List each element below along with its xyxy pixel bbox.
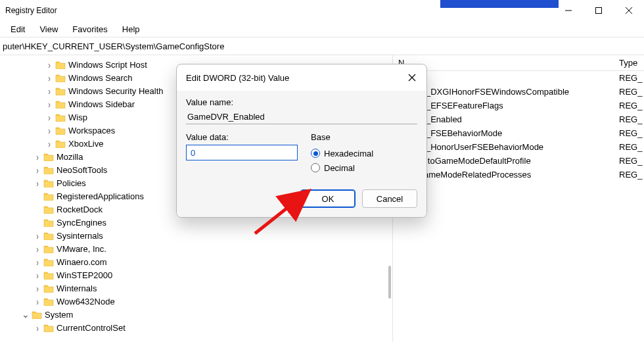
radio-dec[interactable] bbox=[311, 163, 320, 172]
list-cell-type: REG_ bbox=[614, 87, 644, 97]
tree-item-label: Windows Search bbox=[68, 73, 133, 83]
radio-hex-row[interactable]: Hexadecimal bbox=[311, 146, 417, 160]
list-header: N Type bbox=[393, 55, 644, 71]
chevron-right-icon[interactable] bbox=[33, 257, 42, 266]
menubar: Edit View Favorites Help bbox=[0, 21, 644, 37]
tree-item-label: Mozilla bbox=[57, 152, 83, 162]
folder-icon bbox=[55, 126, 66, 135]
tree-item-label: System bbox=[45, 310, 73, 320]
dialog-body: Value name: Value data: Base Hexadecimal… bbox=[177, 91, 426, 217]
close-button[interactable] bbox=[614, 0, 644, 21]
tree-item[interactable]: Sysinternals bbox=[0, 229, 392, 242]
tree-item-label: Workspaces bbox=[68, 126, 115, 135]
list-row[interactable]: neDVR_EFSEFeatureFlagsREG_ bbox=[393, 99, 644, 112]
chevron-right-icon[interactable] bbox=[33, 270, 42, 280]
list-header-type[interactable]: Type bbox=[614, 58, 644, 68]
chevron-right-icon[interactable] bbox=[45, 86, 54, 95]
chevron-right-icon[interactable] bbox=[33, 244, 42, 253]
tree-item[interactable]: VMware, Inc. bbox=[0, 242, 392, 255]
menu-view[interactable]: View bbox=[33, 23, 64, 36]
chevron-right-icon[interactable] bbox=[45, 73, 54, 82]
folder-icon bbox=[55, 99, 66, 109]
folder-icon bbox=[55, 139, 66, 148]
value-name-input[interactable] bbox=[186, 110, 417, 124]
value-data-label: Value data: bbox=[186, 132, 298, 142]
menu-favorites[interactable]: Favorites bbox=[66, 23, 114, 36]
chevron-right-icon[interactable] bbox=[45, 60, 54, 69]
folder-icon bbox=[43, 270, 54, 280]
chevron-right-icon[interactable] bbox=[33, 152, 42, 161]
radio-hex[interactable] bbox=[311, 149, 320, 158]
list-row[interactable]: n32_AutoGameModeDefaultProfileREG_ bbox=[393, 154, 644, 168]
menu-help[interactable]: Help bbox=[116, 23, 147, 36]
folder-icon bbox=[43, 244, 54, 253]
maximize-button[interactable] bbox=[584, 0, 614, 21]
list-row[interactable]: neDVR_FSEBehaviorModeREG_ bbox=[393, 126, 644, 140]
list-cell-type: REG_ bbox=[614, 128, 644, 138]
list-row[interactable]: fault)REG_ bbox=[393, 71, 644, 85]
value-name-label: Value name: bbox=[186, 97, 417, 107]
chevron-right-icon[interactable] bbox=[45, 139, 54, 148]
chevron-right-icon[interactable] bbox=[45, 126, 54, 135]
list-row[interactable]: neDVR_DXGIHonorFSEWindowsCompatibleREG_ bbox=[393, 85, 644, 99]
value-data-input[interactable] bbox=[186, 145, 298, 160]
folder-icon bbox=[43, 218, 54, 227]
tree-item-label: SyncEngines bbox=[57, 218, 106, 228]
folder-icon bbox=[55, 60, 66, 69]
tree-item-label: Windows Sidebar bbox=[68, 99, 135, 109]
chevron-right-icon[interactable] bbox=[45, 112, 54, 122]
tree-item-label: Policies bbox=[57, 178, 86, 188]
tree-item[interactable]: CurrentControlSet bbox=[0, 321, 392, 334]
chevron-right-icon[interactable] bbox=[33, 323, 42, 332]
tree-item-label: CurrentControlSet bbox=[57, 323, 126, 333]
list-cell-type: REG_ bbox=[614, 142, 644, 152]
dialog-buttons: OK Cancel bbox=[186, 189, 417, 208]
tree-item-label: Windows Security Health bbox=[68, 86, 164, 96]
dialog-close-button[interactable] bbox=[407, 72, 417, 83]
tree-item[interactable]: System bbox=[0, 308, 392, 321]
list-row[interactable]: neDVR_EnabledREG_ bbox=[393, 112, 644, 126]
title-accent bbox=[440, 0, 559, 8]
base-group: Base Hexadecimal Decimal bbox=[311, 132, 417, 175]
tree-item-label: RocketDock bbox=[57, 205, 103, 214]
tree-item-label: XboxLive bbox=[68, 139, 103, 149]
list-cell-type: REG_ bbox=[614, 73, 644, 83]
list-cell-type: REG_ bbox=[614, 156, 644, 166]
menu-edit[interactable]: Edit bbox=[4, 23, 32, 36]
chevron-right-icon[interactable] bbox=[33, 297, 42, 306]
tree-item[interactable]: SyncEngines bbox=[0, 216, 392, 229]
address-input[interactable] bbox=[3, 41, 644, 51]
list-row[interactable]: neDVR_HonorUserFSEBehaviorModeREG_ bbox=[393, 140, 644, 154]
chevron-right-icon[interactable] bbox=[45, 99, 54, 109]
svg-rect-0 bbox=[596, 8, 602, 14]
tree-item-label: Sysinternals bbox=[57, 231, 103, 241]
folder-icon bbox=[43, 257, 54, 266]
cancel-button[interactable]: Cancel bbox=[362, 189, 417, 208]
tree-item-label: Wisp bbox=[68, 112, 87, 122]
chevron-right-icon[interactable] bbox=[33, 283, 42, 293]
radio-hex-label: Hexadecimal bbox=[324, 149, 373, 159]
list-cell-type: REG_ bbox=[614, 101, 644, 110]
chevron-right-icon[interactable] bbox=[33, 165, 42, 174]
tree-item[interactable]: Wow6432Node bbox=[0, 295, 392, 308]
chevron-down-icon[interactable] bbox=[21, 310, 30, 319]
dialog-titlebar: Edit DWORD (32-bit) Value bbox=[177, 64, 426, 91]
tree-item[interactable]: Winternals bbox=[0, 281, 392, 295]
chevron-right-icon[interactable] bbox=[33, 178, 42, 187]
chevron-right-icon[interactable] bbox=[33, 231, 42, 240]
folder-icon bbox=[43, 231, 54, 240]
tree-item-label: Windows Script Host bbox=[68, 60, 147, 70]
ok-button[interactable]: OK bbox=[300, 189, 356, 208]
folder-icon bbox=[32, 310, 42, 319]
tree-item[interactable]: Winaero.com bbox=[0, 255, 392, 268]
folder-icon bbox=[43, 152, 54, 161]
tree-item-label: Wow6432Node bbox=[57, 297, 115, 306]
edit-dword-dialog: Edit DWORD (32-bit) Value Value name: Va… bbox=[176, 64, 427, 218]
folder-icon bbox=[55, 112, 66, 122]
radio-dec-row[interactable]: Decimal bbox=[311, 160, 417, 175]
tree-scrollbar[interactable] bbox=[388, 266, 391, 299]
folder-icon bbox=[55, 86, 66, 95]
folder-icon bbox=[55, 73, 66, 82]
tree-item[interactable]: WinSTEP2000 bbox=[0, 268, 392, 281]
list-row[interactable]: n32_GameModeRelatedProcessesREG_ bbox=[393, 168, 644, 182]
